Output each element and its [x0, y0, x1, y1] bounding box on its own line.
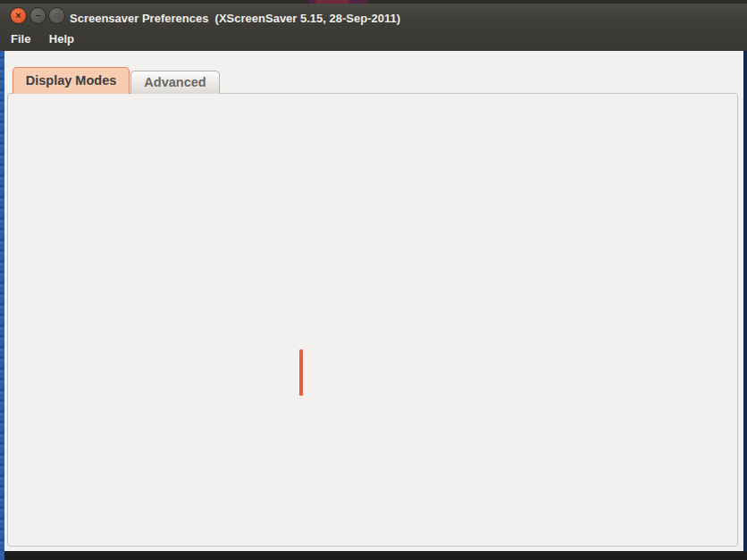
- tab-advanced[interactable]: Advanced: [130, 71, 220, 94]
- desktop-bottom-edge: [0, 551, 747, 560]
- desktop-left-edge: [0, 51, 4, 551]
- menu-file[interactable]: File: [4, 27, 38, 52]
- menubar: File Help: [0, 27, 747, 51]
- minimize-icon: –: [35, 11, 40, 21]
- menu-help[interactable]: Help: [42, 27, 81, 52]
- maximize-button[interactable]: □: [48, 7, 65, 24]
- titlebar[interactable]: × – □ Screensaver Preferences (XScreenSa…: [0, 4, 747, 27]
- xscreensaver-window: × – □ Screensaver Preferences (XScreenSa…: [0, 0, 747, 560]
- close-button[interactable]: ×: [10, 7, 27, 24]
- tab-display-modes[interactable]: Display Modes: [13, 67, 130, 94]
- window-title: Screensaver Preferences (XScreenSaver 5.…: [70, 12, 400, 25]
- desktop-right-edge: [743, 51, 747, 551]
- display-modes-panel: [7, 93, 738, 547]
- list-scrollbar-thumb[interactable]: [299, 349, 303, 397]
- maximize-icon: □: [55, 13, 59, 20]
- minimize-button[interactable]: –: [29, 7, 46, 24]
- close-icon: ×: [15, 11, 21, 21]
